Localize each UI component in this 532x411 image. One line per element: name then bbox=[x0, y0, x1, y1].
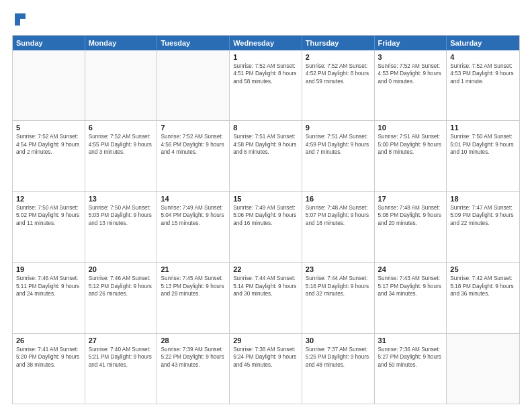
day-number: 24 bbox=[378, 265, 443, 273]
calendar-header-cell: Tuesday bbox=[157, 36, 230, 50]
cell-detail: Sunrise: 7:51 AM Sunset: 4:58 PM Dayligh… bbox=[233, 133, 298, 156]
calendar-cell: 8Sunrise: 7:51 AM Sunset: 4:58 PM Daylig… bbox=[230, 121, 302, 191]
calendar-cell: 12Sunrise: 7:50 AM Sunset: 5:02 PM Dayli… bbox=[13, 192, 85, 262]
day-number: 20 bbox=[89, 265, 154, 273]
cell-detail: Sunrise: 7:40 AM Sunset: 5:21 PM Dayligh… bbox=[89, 346, 154, 369]
calendar-week-row: 5Sunrise: 7:52 AM Sunset: 4:54 PM Daylig… bbox=[13, 120, 519, 191]
cell-detail: Sunrise: 7:51 AM Sunset: 4:59 PM Dayligh… bbox=[306, 133, 371, 156]
calendar-header-cell: Friday bbox=[375, 36, 447, 50]
calendar-cell: 19Sunrise: 7:46 AM Sunset: 5:11 PM Dayli… bbox=[13, 263, 85, 332]
cell-detail: Sunrise: 7:52 AM Sunset: 4:55 PM Dayligh… bbox=[89, 133, 154, 156]
svg-marker-0 bbox=[15, 13, 26, 26]
day-number: 5 bbox=[16, 124, 81, 132]
calendar-week-row: 1Sunrise: 7:52 AM Sunset: 4:51 PM Daylig… bbox=[13, 50, 519, 120]
day-number: 12 bbox=[16, 195, 81, 203]
calendar-cell: 16Sunrise: 7:48 AM Sunset: 5:07 PM Dayli… bbox=[302, 192, 375, 262]
calendar-cell: 20Sunrise: 7:46 AM Sunset: 5:12 PM Dayli… bbox=[85, 263, 158, 332]
cell-detail: Sunrise: 7:49 AM Sunset: 5:04 PM Dayligh… bbox=[161, 204, 226, 227]
cell-detail: Sunrise: 7:44 AM Sunset: 5:14 PM Dayligh… bbox=[233, 275, 298, 298]
day-number: 27 bbox=[89, 336, 154, 345]
calendar-cell: 29Sunrise: 7:38 AM Sunset: 5:24 PM Dayli… bbox=[230, 334, 302, 404]
day-number: 17 bbox=[378, 195, 443, 203]
day-number: 22 bbox=[233, 265, 298, 273]
page: SundayMondayTuesdayWednesdayThursdayFrid… bbox=[0, 0, 532, 411]
day-number: 29 bbox=[233, 336, 298, 345]
cell-detail: Sunrise: 7:49 AM Sunset: 5:06 PM Dayligh… bbox=[233, 204, 298, 227]
calendar-cell: 18Sunrise: 7:47 AM Sunset: 5:09 PM Dayli… bbox=[447, 192, 519, 262]
calendar-cell: 24Sunrise: 7:43 AM Sunset: 5:17 PM Dayli… bbox=[375, 263, 447, 332]
calendar-cell: 1Sunrise: 7:52 AM Sunset: 4:51 PM Daylig… bbox=[230, 50, 302, 120]
logo-text bbox=[12, 12, 28, 30]
day-number: 31 bbox=[378, 336, 443, 345]
cell-detail: Sunrise: 7:50 AM Sunset: 5:03 PM Dayligh… bbox=[89, 204, 154, 227]
day-number: 23 bbox=[306, 265, 371, 273]
calendar-cell: 7Sunrise: 7:52 AM Sunset: 4:56 PM Daylig… bbox=[157, 121, 230, 191]
calendar-cell: 27Sunrise: 7:40 AM Sunset: 5:21 PM Dayli… bbox=[85, 334, 158, 404]
calendar: SundayMondayTuesdayWednesdayThursdayFrid… bbox=[12, 35, 520, 404]
calendar-cell: 17Sunrise: 7:48 AM Sunset: 5:08 PM Dayli… bbox=[375, 192, 447, 262]
day-number: 26 bbox=[16, 336, 81, 345]
calendar-cell: 31Sunrise: 7:36 AM Sunset: 5:27 PM Dayli… bbox=[375, 334, 447, 404]
cell-detail: Sunrise: 7:52 AM Sunset: 4:54 PM Dayligh… bbox=[16, 133, 81, 156]
calendar-cell: 10Sunrise: 7:51 AM Sunset: 5:00 PM Dayli… bbox=[375, 121, 447, 191]
day-number: 10 bbox=[378, 124, 443, 132]
cell-detail: Sunrise: 7:52 AM Sunset: 4:51 PM Dayligh… bbox=[233, 62, 298, 85]
day-number: 1 bbox=[233, 53, 298, 61]
cell-detail: Sunrise: 7:41 AM Sunset: 5:20 PM Dayligh… bbox=[16, 346, 81, 369]
cell-detail: Sunrise: 7:52 AM Sunset: 4:52 PM Dayligh… bbox=[306, 62, 371, 85]
calendar-cell bbox=[85, 50, 158, 120]
cell-detail: Sunrise: 7:47 AM Sunset: 5:09 PM Dayligh… bbox=[450, 204, 516, 227]
day-number: 18 bbox=[450, 195, 516, 203]
day-number: 9 bbox=[306, 124, 371, 132]
calendar-cell: 21Sunrise: 7:45 AM Sunset: 5:13 PM Dayli… bbox=[157, 263, 230, 332]
cell-detail: Sunrise: 7:38 AM Sunset: 5:24 PM Dayligh… bbox=[233, 346, 298, 369]
calendar-cell: 13Sunrise: 7:50 AM Sunset: 5:03 PM Dayli… bbox=[85, 192, 158, 262]
cell-detail: Sunrise: 7:44 AM Sunset: 5:16 PM Dayligh… bbox=[306, 275, 371, 298]
calendar-cell: 25Sunrise: 7:42 AM Sunset: 5:18 PM Dayli… bbox=[447, 263, 519, 332]
cell-detail: Sunrise: 7:43 AM Sunset: 5:17 PM Dayligh… bbox=[378, 275, 443, 298]
cell-detail: Sunrise: 7:48 AM Sunset: 5:07 PM Dayligh… bbox=[306, 204, 371, 227]
cell-detail: Sunrise: 7:52 AM Sunset: 4:53 PM Dayligh… bbox=[378, 62, 443, 85]
header bbox=[12, 12, 520, 30]
cell-detail: Sunrise: 7:48 AM Sunset: 5:08 PM Dayligh… bbox=[378, 204, 443, 227]
calendar-cell: 5Sunrise: 7:52 AM Sunset: 4:54 PM Daylig… bbox=[13, 121, 85, 191]
day-number: 6 bbox=[89, 124, 154, 132]
day-number: 16 bbox=[306, 195, 371, 203]
cell-detail: Sunrise: 7:39 AM Sunset: 5:22 PM Dayligh… bbox=[161, 346, 226, 369]
day-number: 19 bbox=[16, 265, 81, 273]
day-number: 25 bbox=[450, 265, 516, 273]
day-number: 11 bbox=[450, 124, 516, 132]
cell-detail: Sunrise: 7:36 AM Sunset: 5:27 PM Dayligh… bbox=[378, 346, 443, 369]
calendar-header-cell: Sunday bbox=[13, 36, 85, 50]
cell-detail: Sunrise: 7:52 AM Sunset: 4:56 PM Dayligh… bbox=[161, 133, 226, 156]
calendar-week-row: 19Sunrise: 7:46 AM Sunset: 5:11 PM Dayli… bbox=[13, 262, 519, 332]
cell-detail: Sunrise: 7:50 AM Sunset: 5:01 PM Dayligh… bbox=[450, 133, 516, 156]
calendar-header-cell: Monday bbox=[85, 36, 158, 50]
calendar-cell: 4Sunrise: 7:52 AM Sunset: 4:53 PM Daylig… bbox=[447, 50, 519, 120]
cell-detail: Sunrise: 7:50 AM Sunset: 5:02 PM Dayligh… bbox=[16, 204, 81, 227]
calendar-cell: 15Sunrise: 7:49 AM Sunset: 5:06 PM Dayli… bbox=[230, 192, 302, 262]
day-number: 2 bbox=[306, 53, 371, 61]
calendar-cell: 3Sunrise: 7:52 AM Sunset: 4:53 PM Daylig… bbox=[375, 50, 447, 120]
calendar-week-row: 26Sunrise: 7:41 AM Sunset: 5:20 PM Dayli… bbox=[13, 333, 519, 404]
cell-detail: Sunrise: 7:46 AM Sunset: 5:11 PM Dayligh… bbox=[16, 275, 81, 298]
calendar-cell bbox=[157, 50, 230, 120]
calendar-cell: 2Sunrise: 7:52 AM Sunset: 4:52 PM Daylig… bbox=[302, 50, 375, 120]
day-number: 3 bbox=[378, 53, 443, 61]
day-number: 30 bbox=[306, 336, 371, 345]
calendar-cell: 9Sunrise: 7:51 AM Sunset: 4:59 PM Daylig… bbox=[302, 121, 375, 191]
calendar-cell: 26Sunrise: 7:41 AM Sunset: 5:20 PM Dayli… bbox=[13, 334, 85, 404]
calendar-week-row: 12Sunrise: 7:50 AM Sunset: 5:02 PM Dayli… bbox=[13, 191, 519, 262]
cell-detail: Sunrise: 7:51 AM Sunset: 5:00 PM Dayligh… bbox=[378, 133, 443, 156]
calendar-header-cell: Thursday bbox=[302, 36, 375, 50]
day-number: 4 bbox=[450, 53, 516, 61]
calendar-header-cell: Saturday bbox=[447, 36, 519, 50]
cell-detail: Sunrise: 7:37 AM Sunset: 5:25 PM Dayligh… bbox=[306, 346, 371, 369]
calendar-cell bbox=[13, 50, 85, 120]
calendar-cell: 14Sunrise: 7:49 AM Sunset: 5:04 PM Dayli… bbox=[157, 192, 230, 262]
day-number: 14 bbox=[161, 195, 226, 203]
calendar-cell: 11Sunrise: 7:50 AM Sunset: 5:01 PM Dayli… bbox=[447, 121, 519, 191]
calendar-cell: 23Sunrise: 7:44 AM Sunset: 5:16 PM Dayli… bbox=[302, 263, 375, 332]
calendar-cell: 22Sunrise: 7:44 AM Sunset: 5:14 PM Dayli… bbox=[230, 263, 302, 332]
calendar-body: 1Sunrise: 7:52 AM Sunset: 4:51 PM Daylig… bbox=[13, 50, 519, 404]
